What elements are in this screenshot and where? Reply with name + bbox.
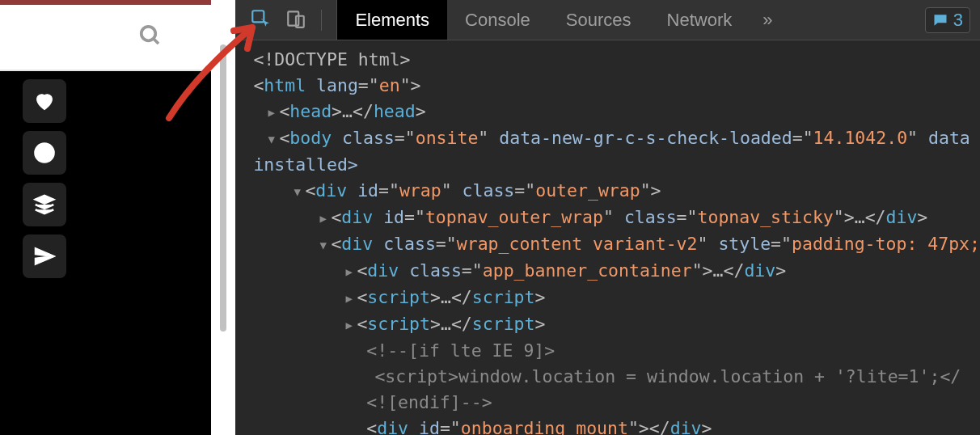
clock-icon[interactable] [23,131,66,175]
search-icon [138,23,163,51]
dom-line[interactable]: <![endif]--> [253,390,980,416]
dom-line[interactable]: <script>window.location = window.locatio… [253,364,980,390]
devtools-tab-bar: Elements Console Sources Network » 3 [235,0,980,40]
dom-line[interactable]: <!--[if lte IE 9]> [253,338,980,364]
dom-line[interactable]: ▶<div id="topnav_outer_wrap" class="topn… [253,205,980,231]
dom-line[interactable]: ▼<body class="onsite" data-new-gr-c-s-ch… [253,125,980,152]
dom-line[interactable]: ▼<div class="wrap_content variant-v2" st… [253,231,980,258]
heart-icon[interactable] [23,79,66,123]
dom-line[interactable]: <!DOCTYPE html> [253,47,980,73]
svg-point-0 [142,27,156,41]
paper-plane-icon[interactable] [23,234,66,278]
svg-rect-3 [253,11,264,22]
dom-line[interactable]: ▶<script>…</script> [253,311,980,338]
devtools-tool-icons [235,0,337,40]
dom-line-cont[interactable]: installed> [253,152,980,178]
dom-line[interactable]: ▶<head>…</head> [253,99,980,125]
svg-line-1 [154,39,158,44]
doctype: <!DOCTYPE html> [253,49,410,70]
tab-network[interactable]: Network [649,0,750,40]
dom-tree[interactable]: <!DOCTYPE html> <html lang="en"> ▶<head>… [235,40,980,435]
tab-elements[interactable]: Elements [337,0,447,40]
chat-icon [932,12,948,28]
tab-sources[interactable]: Sources [548,0,649,40]
dom-line[interactable]: ▶<script>…</script> [253,285,980,311]
sidebar-icons [0,71,211,286]
app-left-panel [0,0,211,435]
dom-line[interactable]: ▼<div id="wrap" class="outer_wrap"> [253,178,980,205]
dom-line[interactable]: ▶<div class="app_banner_container">…</di… [253,258,980,285]
dom-line[interactable]: <div id="onboarding_mount"></div> [253,416,980,435]
device-toggle-icon[interactable] [285,8,306,32]
messages-badge[interactable]: 3 [925,7,970,33]
inspect-element-icon[interactable] [250,8,271,32]
messages-count: 3 [953,10,963,31]
dom-line[interactable]: <html lang="en"> [253,73,980,99]
tab-more[interactable]: » [750,0,785,40]
search-bar[interactable] [0,5,211,71]
tab-console[interactable]: Console [447,0,548,40]
svg-rect-4 [289,11,299,25]
tab-separator [321,10,322,31]
scroll-gutter [211,0,235,435]
devtools-panel: Elements Console Sources Network » 3 <!D… [235,0,980,435]
stack-icon[interactable] [23,183,66,226]
scroll-thumb[interactable] [220,44,226,332]
